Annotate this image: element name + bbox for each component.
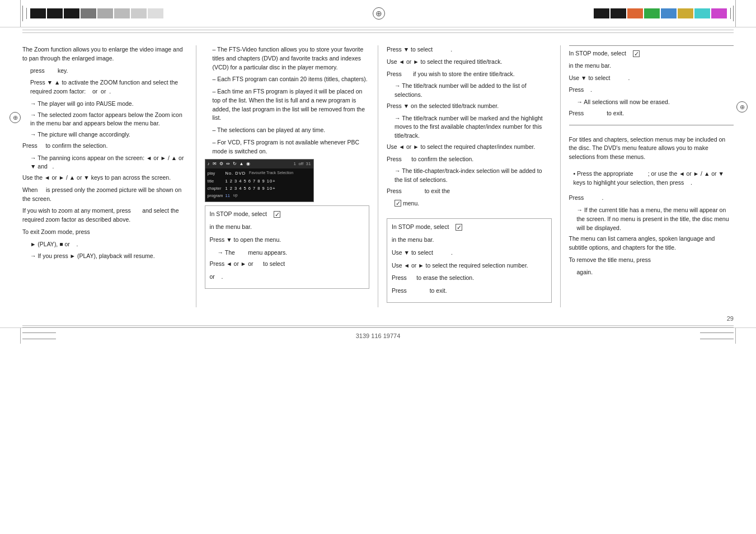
right-tick-line2 bbox=[733, 6, 734, 21]
color-block-yellow bbox=[678, 8, 693, 18]
col2-stop-box: In STOP mode, select in the menu bar. Pr… bbox=[205, 205, 370, 289]
fts-icon-dot: ◉ bbox=[246, 161, 250, 167]
left-tick-line bbox=[22, 6, 23, 21]
col3-press-down: Press ▼ to select . bbox=[387, 45, 552, 54]
col2-checkbox bbox=[274, 211, 280, 218]
col2-stop-line4: Press ◄ or ► or to select bbox=[210, 259, 365, 269]
color-block-cyan bbox=[694, 8, 710, 18]
col1-play-icon: ► (PLAY), ■ or . bbox=[30, 240, 187, 249]
col3-stop-line1: In STOP mode, select bbox=[392, 222, 547, 232]
col2-bullet3: Each time an FTS program is played it wi… bbox=[213, 87, 370, 123]
col4-checkbox bbox=[633, 50, 640, 57]
fts-icon-refresh: ↻ bbox=[233, 161, 237, 167]
color-blocks-group bbox=[594, 8, 727, 18]
gray-block-5 bbox=[148, 8, 163, 18]
col4-spacer2 bbox=[569, 165, 734, 170]
col3-press-confirm: Press to confirm the selection. bbox=[387, 155, 552, 164]
fts-row-title: title 1 2 3 4 5 6 7 8 9 10+ bbox=[208, 178, 311, 184]
fts-icon-music: ♪ bbox=[208, 161, 210, 167]
col-divider-2 bbox=[378, 45, 378, 307]
col1-press-label: press bbox=[30, 67, 45, 74]
col2-bullet5: For VCD, FTS program is not available wh… bbox=[213, 138, 370, 156]
col2-stop-arrow1: The menu appears. bbox=[218, 248, 365, 257]
col4-press-label: Press . bbox=[569, 194, 734, 203]
col3-press-down-on: Press ▼ on the selected title/track numb… bbox=[387, 102, 552, 111]
dark-block-1 bbox=[30, 8, 46, 18]
col1: The Zoom function allows you to enlarge … bbox=[22, 45, 187, 307]
fts-label-chapter: chapter bbox=[208, 185, 224, 191]
col3-arrow2: The title/track number will be marked an… bbox=[395, 114, 552, 140]
col3-stop-line2: in the menu bar. bbox=[392, 235, 547, 245]
page-number: 29 bbox=[727, 315, 734, 322]
col3-stop-box: In STOP mode, select in the menu bar. Us… bbox=[387, 218, 552, 303]
fts-nums-chapter: 1 2 3 4 5 6 7 8 9 10+ bbox=[226, 185, 276, 191]
col2-stop-line3: Press ▼ to open the menu. bbox=[210, 235, 365, 245]
fts-nums-play: No. DVD bbox=[226, 170, 246, 176]
fts-row-program: program 11 up bbox=[208, 193, 311, 199]
col4-arrow1: All selections will now be erased. bbox=[577, 98, 734, 107]
top-bar-right-blocks bbox=[594, 6, 734, 21]
fts-nums-title: 1 2 3 4 5 6 7 8 9 10+ bbox=[226, 178, 276, 184]
col-divider-1 bbox=[196, 45, 196, 307]
compass-icon: ⊕ bbox=[373, 7, 385, 20]
col3-arrow3: The title-chapter/track-index selection … bbox=[395, 167, 552, 185]
top-bar-center: ⊕ bbox=[163, 7, 594, 20]
col4: In STOP mode, select in the menu bar. Us… bbox=[569, 45, 734, 307]
right-tick-line bbox=[730, 8, 731, 19]
col4-menu-info: The menu can list camera angles, spoken … bbox=[569, 235, 734, 252]
fts-icon-mail: ✉ bbox=[213, 161, 217, 167]
fts-favoritetrack: Favourite Track Selection bbox=[249, 170, 293, 176]
col4-spacer1 bbox=[569, 130, 734, 135]
fts-row-chapter: chapter 1 2 3 4 5 6 7 8 9 10+ bbox=[208, 185, 311, 191]
col2-stop-line1: In STOP mode, select bbox=[210, 209, 365, 219]
bottom-bar: 3139 116 19774 bbox=[0, 327, 756, 344]
fts-num: 1 off 31 bbox=[294, 161, 311, 167]
bottom-h-line-1 bbox=[22, 332, 56, 333]
col1-arrow1: The player will go into PAUSE mode. bbox=[30, 100, 187, 109]
col3-use-arrows: Use ◄ or ► to select the required title/… bbox=[387, 58, 552, 67]
fts-icon-signal: ▲ bbox=[240, 161, 244, 167]
bottom-left-vert bbox=[20, 328, 21, 344]
bottom-h-line-2 bbox=[22, 339, 56, 339]
col4-for-titles-intro: For titles and chapters, selection menus… bbox=[569, 135, 734, 162]
catalog-number: 3139 116 19774 bbox=[356, 332, 401, 339]
col4-stop-line2: in the menu bar. bbox=[569, 62, 734, 71]
fts-screenshot: ♪ ✉ ⚙ ⇔ ↻ ▲ ◉ 1 off 31 play No. DVD Favo… bbox=[205, 159, 314, 202]
fts-up: up bbox=[233, 193, 238, 199]
col3-menu-checkbox bbox=[395, 200, 401, 207]
fts-row-play: play No. DVD Favourite Track Selection bbox=[208, 170, 311, 176]
col3-menu-icon-area: menu. bbox=[395, 199, 552, 210]
col3: Press ▼ to select . Use ◄ or ► to select… bbox=[387, 45, 552, 307]
fts-icon-gear: ⚙ bbox=[219, 161, 223, 167]
dark-blocks-group bbox=[30, 8, 163, 18]
right-margin-area: ⊕ bbox=[736, 101, 748, 113]
col1-when-pressed: When is pressed only the zoomed picture … bbox=[22, 186, 187, 204]
col4-arrow-menu: If the current title has a menu, the men… bbox=[577, 206, 734, 232]
col4-stop-line1: In STOP mode, select bbox=[569, 49, 734, 58]
col3-spacer bbox=[387, 213, 552, 218]
col3-checkbox bbox=[456, 224, 462, 231]
col3-menu-checkbox-container: menu. bbox=[395, 199, 419, 208]
bottom-bar-center: 3139 116 19774 bbox=[56, 332, 700, 339]
col2-bullet2: Each FTS program can contain 20 items (t… bbox=[213, 75, 370, 84]
right-margin-circle: ⊕ bbox=[736, 101, 748, 113]
main-content: ⊕ The Zoom function allows you to enlarg… bbox=[0, 34, 756, 313]
col1-arrow5: If you press ► (PLAY), playback will res… bbox=[30, 252, 187, 261]
gray-block-3 bbox=[114, 8, 130, 18]
col1-press-key: press key. bbox=[30, 67, 187, 76]
col-divider-3 bbox=[560, 45, 561, 307]
bottom-bar-right bbox=[700, 332, 734, 339]
h-line-2 bbox=[22, 32, 734, 33]
col1-arrow3: The picture will change accordingly. bbox=[30, 130, 187, 139]
col3-arrow1: The title/track number will be added to … bbox=[395, 82, 552, 100]
col2-fts-intro: The FTS-Video function allows you to sto… bbox=[213, 45, 370, 72]
col1-use-keys: Use the ◄ or ► / ▲ or ▼ keys to pan acro… bbox=[22, 174, 187, 182]
bottom-spacer bbox=[22, 334, 56, 338]
fts-label-play: play bbox=[208, 170, 224, 176]
h-line-1 bbox=[22, 30, 734, 30]
col3-use-arrows2: Use ◄ or ► to select the required chapte… bbox=[387, 143, 552, 152]
fts-body: play No. DVD Favourite Track Selection t… bbox=[205, 168, 313, 202]
gray-block-4 bbox=[131, 8, 147, 18]
left-margin-circle: ⊕ bbox=[10, 112, 21, 123]
dark-block-2 bbox=[47, 8, 63, 18]
